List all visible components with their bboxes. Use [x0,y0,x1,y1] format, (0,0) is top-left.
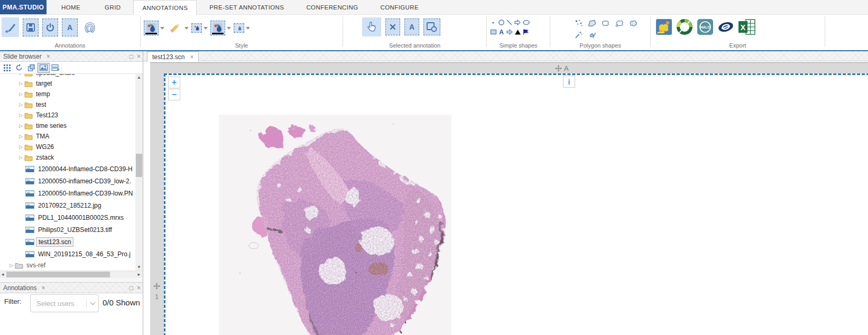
tree-folder-row[interactable]: ▷ test [0,99,135,110]
scroll-up-icon[interactable]: ▲ [135,74,143,81]
lasso-shape-button[interactable] [614,18,625,27]
pencil-style-dropdown-caret[interactable] [184,27,189,30]
tree-folder-row[interactable]: ▷ TMA [0,131,135,142]
rectangle-shape-button[interactable] [490,28,497,35]
stroke-opacity-dropdown-caret[interactable] [204,27,208,30]
chevron-down-icon[interactable] [87,302,98,305]
triangle-shape-button[interactable] [514,28,521,35]
info-button[interactable]: i [563,76,575,88]
menu-home[interactable]: HOME [53,0,89,14]
polygon-shape-button[interactable] [587,18,597,27]
zoom-in-button[interactable]: + [168,77,180,88]
text-shape-button[interactable]: A [498,28,505,35]
export-qupath-button[interactable] [655,17,673,36]
menu-configure[interactable]: CONFIGURE [372,0,427,14]
slide-file-row[interactable]: test123.scn [0,236,135,248]
expander-icon[interactable]: ▷ [19,74,24,76]
grid-view-button[interactable] [1,63,13,73]
tree-folder-row[interactable]: ▷ temp [0,89,135,99]
show-labels-button[interactable]: A [62,18,78,36]
export-oia-button[interactable] [676,17,694,36]
menu-preset-annotations[interactable]: PRE-SET ANNOTATIONS [201,0,292,14]
slide-browser-close-icon[interactable]: × [47,53,50,60]
duplicate-view-button[interactable] [25,63,38,73]
expander-icon[interactable]: ▷ [19,81,24,86]
expander-icon[interactable]: ▷ [19,144,24,150]
add-server-button[interactable] [50,63,62,73]
slide-canvas[interactable] [164,73,868,335]
delete-annotation-button[interactable] [385,18,400,35]
annotations-maximize-icon[interactable]: □ [130,284,133,292]
export-halo-button[interactable]: HALO [696,17,714,36]
toggle-annotations-button[interactable] [42,18,58,36]
select-users-dropdown[interactable]: Select users [30,294,99,312]
tree-folder-row[interactable]: ▷ time series [0,120,135,131]
tree-folder-row[interactable]: ▷ Test123 [0,110,135,120]
expander-icon[interactable]: ▷ [10,263,15,268]
expander-icon[interactable]: ▷ [19,91,24,97]
point-shape-button[interactable] [490,18,497,26]
magnetic-shape-button[interactable] [628,18,639,27]
line-shape-button[interactable] [506,18,513,26]
arrow-shape-button[interactable] [514,18,521,26]
expander-icon[interactable]: ▷ [19,102,24,107]
export-eslide-button[interactable] [717,17,735,36]
fingerprint-button[interactable] [81,18,98,36]
refresh-button[interactable] [13,63,25,73]
tree-folder-row[interactable]: ▷ zstack [0,152,135,163]
filled-arrow-shape-button[interactable] [506,28,513,35]
multipoint-shape-button[interactable] [574,18,584,27]
tree-horizontal-scrollbar[interactable]: ◄ ► [0,271,143,278]
edit-annotation-label-button[interactable]: A [404,18,419,35]
menu-grid[interactable]: GRID [96,0,129,14]
slide-file-row[interactable]: 12000050-inflamed-CD39_low-2. [0,175,135,187]
expander-icon[interactable]: ▷ [19,113,24,118]
scroll-down-icon[interactable]: ▼ [135,264,143,271]
save-annotations-button[interactable] [23,18,39,36]
menu-annotations[interactable]: ANNOTATIONS [133,0,197,15]
expander-icon[interactable]: ▷ [19,123,24,128]
horizontal-scroll-thumb[interactable] [6,272,110,277]
outline-color-dropdown-caret[interactable] [227,27,231,30]
slide-browser-x-icon[interactable]: × [137,53,141,60]
expander-icon[interactable]: ▷ [19,134,24,139]
magic-wand-button[interactable] [574,30,584,39]
slide-file-row[interactable]: 20170922_185212.jpg [0,199,135,211]
flag-shape-button[interactable] [522,28,530,35]
circle-shape-button[interactable] [498,18,505,26]
paint-region-button[interactable] [588,30,597,39]
zoom-out-button[interactable]: − [168,89,180,100]
slide-file-row[interactable]: 12000050-Inflamed-CD39-low.PN [0,187,135,199]
viewer-tab[interactable]: test123.scn × [147,51,199,62]
draw-annotation-button[interactable] [2,17,19,37]
thumbnail-view-button[interactable] [38,63,50,73]
slide-file-row[interactable]: Philips02_UZBSet0213.tiff [0,224,135,236]
fill-opacity-dropdown-caret[interactable] [246,27,250,30]
stroke-opacity-button[interactable] [191,23,202,33]
menu-conferencing[interactable]: CONFERENCING [298,0,366,14]
viewer-tab-close-icon[interactable]: × [190,53,193,61]
grid-column-header[interactable]: A [555,64,569,72]
tree-folder-row[interactable]: ▷ target [0,78,135,89]
annotations-close-icon[interactable]: × [41,284,45,292]
scroll-left-icon[interactable]: ◄ [0,271,5,278]
fill-opacity-button[interactable] [234,23,244,33]
slide-browser-maximize-icon[interactable]: □ [130,53,133,60]
fill-color-button[interactable] [144,21,159,35]
pencil-style-button[interactable] [167,20,183,36]
tree-vertical-scrollbar[interactable]: ▲ ▼ [135,74,143,271]
ellipse-shape-button[interactable] [522,18,530,26]
grid-row-header[interactable]: 1 [153,283,160,301]
slide-file-row[interactable]: WIN_20191215_08_46_53_Pro.j [0,248,135,260]
fill-color-dropdown-caret[interactable] [160,27,164,30]
tree-folder-row-clipped[interactable]: ▷ special_chars [0,74,135,78]
select-annotation-button[interactable] [362,17,381,36]
export-excel-button[interactable]: X [737,17,756,36]
edit-annotation-shape-button[interactable] [423,18,440,35]
slide-file-row[interactable]: PDL1_10440001B0002S.mrxs [0,211,135,224]
scroll-right-icon[interactable]: ► [136,271,142,278]
vertical-scroll-thumb[interactable] [136,154,142,177]
tree-folder-row-partial[interactable]: ▷ svs-ref [0,260,135,271]
closed-freeform-shape-button[interactable] [601,18,611,27]
outline-color-button[interactable] [210,21,225,35]
